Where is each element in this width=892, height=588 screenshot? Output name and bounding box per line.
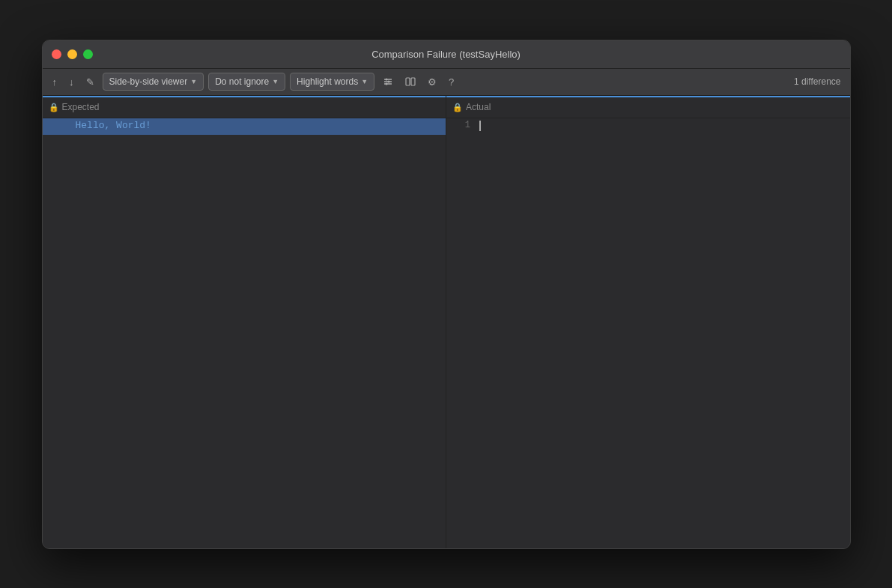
maximize-button[interactable] (83, 49, 93, 59)
cursor (479, 121, 481, 131)
expected-panel: 🔒 Expected Hello, World! (43, 96, 446, 548)
ignore-dropdown-arrow: ▼ (272, 78, 279, 85)
toolbar: ↑ ↓ ✎ Side-by-side viewer ▼ Do not ignor… (43, 69, 850, 96)
sliders-button[interactable] (379, 75, 397, 88)
window-title: Comparison Failure (testSayHello) (371, 49, 521, 60)
actual-line-content-1 (476, 118, 850, 135)
expected-line-content-1: Hello, World! (73, 118, 446, 135)
settings-button[interactable]: ⚙ (424, 75, 440, 89)
viewer-dropdown[interactable]: Side-by-side viewer ▼ (103, 73, 204, 91)
diff-count: 1 difference (794, 76, 841, 87)
expected-lock-icon: 🔒 (49, 103, 59, 112)
expected-panel-header: 🔒 Expected (43, 97, 446, 118)
prev-diff-button[interactable]: ↑ (49, 75, 61, 89)
title-bar: Comparison Failure (testSayHello) (43, 40, 850, 69)
ignore-dropdown[interactable]: Do not ignore ▼ (208, 73, 285, 91)
actual-label: Actual (466, 102, 491, 112)
close-button[interactable] (52, 49, 61, 59)
svg-rect-6 (406, 78, 410, 85)
actual-line-1: 1 (446, 118, 850, 135)
svg-point-4 (388, 81, 390, 83)
expected-code-area[interactable]: Hello, World! (43, 118, 446, 548)
viewer-dropdown-arrow: ▼ (190, 78, 197, 85)
expected-line-number-1 (43, 118, 73, 135)
actual-panel: 🔒 Actual 1 (446, 96, 850, 548)
actual-lock-icon: 🔒 (452, 103, 463, 112)
help-button[interactable]: ? (445, 75, 458, 89)
next-diff-button[interactable]: ↓ (65, 75, 78, 89)
highlight-dropdown[interactable]: Highlight words ▼ (290, 73, 374, 91)
main-window: Comparison Failure (testSayHello) ↑ ↓ ✎ … (42, 40, 851, 549)
svg-point-5 (386, 83, 388, 85)
edit-button[interactable]: ✎ (82, 75, 98, 89)
content-area: 🔒 Expected Hello, World! 🔒 Actual 1 (43, 96, 850, 548)
expected-line-1: Hello, World! (43, 118, 446, 135)
actual-code-area[interactable]: 1 (446, 118, 850, 548)
traffic-lights (52, 49, 93, 59)
expected-label: Expected (62, 102, 100, 112)
svg-rect-7 (411, 78, 415, 85)
actual-line-number-1: 1 (446, 118, 476, 135)
minimize-button[interactable] (67, 49, 77, 59)
svg-point-3 (386, 79, 388, 81)
highlight-dropdown-arrow: ▼ (361, 78, 368, 85)
columns-button[interactable] (401, 75, 419, 88)
actual-panel-header: 🔒 Actual (446, 97, 850, 118)
